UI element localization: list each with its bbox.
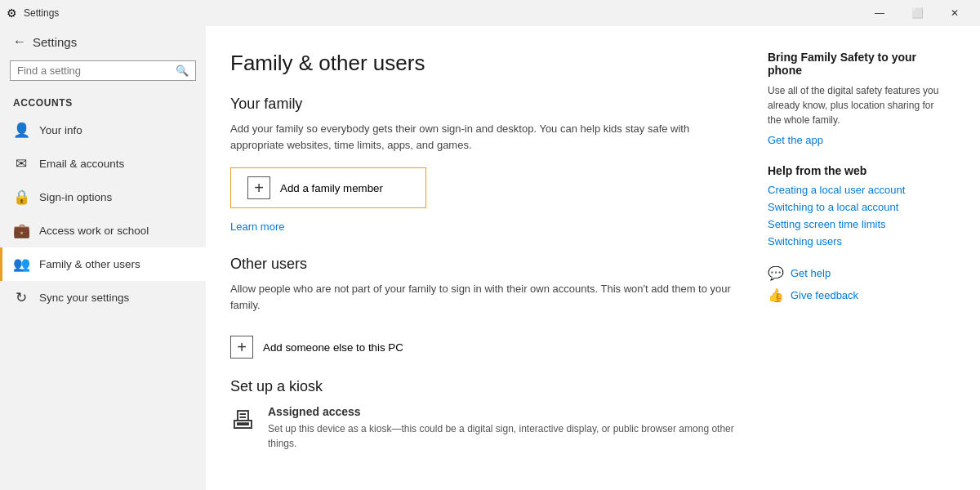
get-app-link[interactable]: Get the app <box>768 134 947 146</box>
assigned-access-title: Assigned access <box>268 405 735 418</box>
sync-icon: ↻ <box>13 289 29 306</box>
sidebar-item-sign-in[interactable]: 🔒 Sign-in options <box>0 180 206 214</box>
family-users-icon: 👥 <box>13 256 29 273</box>
sidebar-item-label-your-info: Your info <box>39 124 82 136</box>
sidebar-item-label-sync: Sync your settings <box>39 292 129 304</box>
actions-section: 💬 Get help 👍 Give feedback <box>768 265 947 303</box>
kiosk-item: 🖶 Assigned access Set up this device as … <box>230 405 735 451</box>
give-feedback-action[interactable]: 👍 Give feedback <box>768 287 947 303</box>
search-icon: 🔍 <box>176 65 189 77</box>
content-main: Family & other users Your family Add you… <box>230 51 735 466</box>
settings-icon: ⚙ <box>7 7 17 20</box>
back-arrow-icon: ← <box>13 34 26 49</box>
sidebar-item-your-info[interactable]: 👤 Your info <box>0 114 206 147</box>
add-someone-plus-icon: + <box>230 336 253 359</box>
sidebar-item-email-accounts[interactable]: ✉ Email & accounts <box>0 147 206 180</box>
help-link-1[interactable]: Switching to a local account <box>768 201 947 213</box>
title-bar-left: ⚙ Settings <box>7 7 59 20</box>
sidebar-item-label-family: Family & other users <box>39 258 140 270</box>
get-help-action[interactable]: 💬 Get help <box>768 265 947 281</box>
sidebar-item-label-sign-in: Sign-in options <box>39 191 112 203</box>
sidebar-item-label-email: Email & accounts <box>39 158 124 170</box>
access-work-icon: 💼 <box>13 222 29 239</box>
sidebar-item-sync[interactable]: ↻ Sync your settings <box>0 281 206 314</box>
search-input[interactable] <box>17 65 176 77</box>
help-title: Help from the web <box>768 164 947 177</box>
help-link-3[interactable]: Switching users <box>768 235 947 247</box>
your-info-icon: 👤 <box>13 122 29 139</box>
add-someone-button[interactable]: + Add someone else to this PC <box>230 327 403 367</box>
content-area: Family & other users Your family Add you… <box>206 26 980 490</box>
add-someone-label: Add someone else to this PC <box>263 341 403 354</box>
assigned-access-desc: Set up this device as a kiosk—this could… <box>268 421 735 451</box>
promo-title: Bring Family Safety to your phone <box>768 51 947 77</box>
promo-desc: Use all of the digital safety features y… <box>768 83 947 127</box>
help-link-2[interactable]: Setting screen time limits <box>768 218 947 230</box>
sidebar-item-access-work[interactable]: 💼 Access work or school <box>0 214 206 247</box>
page-title: Family & other users <box>230 51 735 76</box>
other-users-desc: Allow people who are not part of your fa… <box>230 281 735 313</box>
minimize-button[interactable]: — <box>861 0 898 26</box>
sidebar-item-label-access-work: Access work or school <box>39 225 149 237</box>
kiosk-title: Set up a kiosk <box>230 378 735 395</box>
help-link-0[interactable]: Creating a local user account <box>768 184 947 196</box>
kiosk-icon: 🖶 <box>230 407 255 434</box>
title-bar-controls: — ⬜ ✕ <box>861 0 973 26</box>
give-feedback-link[interactable]: Give feedback <box>791 289 858 301</box>
your-family-title: Your family <box>230 96 735 113</box>
other-users-title: Other users <box>230 256 735 273</box>
sign-in-icon: 🔒 <box>13 189 29 206</box>
back-button[interactable]: ← Settings <box>0 26 206 57</box>
app-body: ← Settings 🔍 Accounts 👤 Your info ✉ Emai… <box>0 26 980 490</box>
add-family-member-label: Add a family member <box>280 182 383 194</box>
search-box[interactable]: 🔍 <box>10 60 196 81</box>
help-section: Help from the web Creating a local user … <box>768 164 947 247</box>
add-family-member-button[interactable]: + Add a family member <box>230 167 426 208</box>
get-help-link[interactable]: Get help <box>791 267 831 279</box>
kiosk-details: Assigned access Set up this device as a … <box>268 405 735 451</box>
close-button[interactable]: ✕ <box>936 0 973 26</box>
your-family-desc: Add your family so everybody gets their … <box>230 121 735 153</box>
add-family-plus-icon: + <box>247 176 270 199</box>
maximize-button[interactable]: ⬜ <box>898 0 936 26</box>
title-bar: ⚙ Settings — ⬜ ✕ <box>0 0 980 26</box>
title-bar-title: Settings <box>24 7 59 19</box>
sidebar-item-family-users[interactable]: 👥 Family & other users <box>0 247 206 281</box>
sidebar: ← Settings 🔍 Accounts 👤 Your info ✉ Emai… <box>0 26 206 490</box>
back-label: Settings <box>33 35 77 49</box>
right-panel: Bring Family Safety to your phone Use al… <box>768 51 947 466</box>
learn-more-link[interactable]: Learn more <box>230 220 284 233</box>
section-label: Accounts <box>0 91 206 114</box>
feedback-icon: 👍 <box>768 287 784 303</box>
promo-section: Bring Family Safety to your phone Use al… <box>768 51 947 146</box>
get-help-icon: 💬 <box>768 265 784 281</box>
email-accounts-icon: ✉ <box>13 155 29 172</box>
